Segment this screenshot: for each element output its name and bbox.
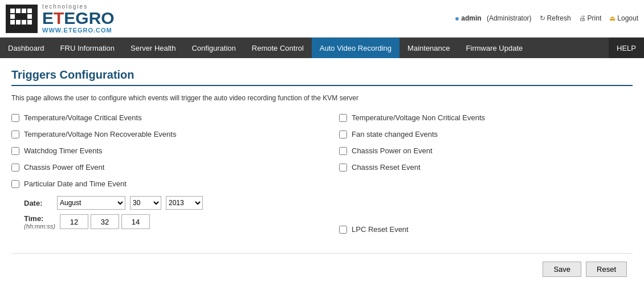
trigger-chassis-power-on: Chassis Power on Event: [339, 146, 633, 155]
button-bar: Save Reset: [11, 253, 633, 283]
main-content: Triggers Configuration This page allows …: [0, 58, 644, 288]
print-link[interactable]: 🖨 Print: [579, 14, 602, 22]
nav-server-health[interactable]: Server Health: [123, 38, 184, 58]
svg-rect-10: [27, 9, 32, 13]
svg-rect-12: [22, 14, 26, 19]
nav-auto-video-recording[interactable]: Auto Video Recording: [312, 38, 400, 58]
trigger-fan-state-changed: Fan state changed Events: [339, 130, 633, 138]
checkbox-chassis-power-off[interactable]: [11, 164, 19, 172]
nav-configuration[interactable]: Configuration: [184, 38, 243, 58]
header-actions: ● admin (Administrator) ↻ Refresh 🖨 Prin…: [455, 14, 638, 24]
trigger-temp-voltage-non-critical: Temperature/Voltage Non Critical Events: [339, 113, 633, 122]
logout-label: Logout: [617, 14, 638, 22]
svg-rect-8: [27, 14, 32, 19]
label-chassis-power-off[interactable]: Chassis Power off Event: [24, 163, 104, 172]
svg-rect-9: [27, 20, 32, 25]
trigger-chassis-power-off: Chassis Power off Event: [11, 163, 305, 172]
logout-link[interactable]: ⏏ Logout: [609, 14, 638, 22]
trigger-temp-voltage-critical: Temperature/Voltage Critical Events: [11, 113, 305, 122]
time-inputs: [60, 214, 150, 229]
admin-label: admin: [461, 14, 481, 22]
admin-info: ● admin (Administrator): [455, 14, 532, 23]
trigger-lpc-reset: LPC Reset Event: [339, 225, 633, 234]
logout-icon: ⏏: [609, 14, 616, 22]
logo-box: [6, 5, 38, 33]
svg-rect-4: [16, 9, 21, 13]
label-fan-state-changed[interactable]: Fan state changed Events: [352, 130, 438, 138]
label-chassis-reset[interactable]: Chassis Reset Event: [352, 163, 421, 172]
admin-dot-icon: ●: [455, 14, 459, 23]
logo-egro: EGRO: [64, 10, 114, 27]
checkbox-particular-date-time[interactable]: [11, 180, 19, 188]
label-particular-date-time[interactable]: Particular Date and Time Event: [24, 179, 127, 188]
label-lpc-reset[interactable]: LPC Reset Event: [352, 225, 409, 234]
nav-fru-information[interactable]: FRU Information: [52, 38, 123, 58]
page-title: Triggers Configuration: [11, 68, 633, 86]
nav-help[interactable]: HELP: [609, 38, 644, 58]
nav-remote-control[interactable]: Remote Control: [244, 38, 312, 58]
triggers-left-column: Temperature/Voltage Critical Events Temp…: [11, 113, 316, 242]
time-minutes-input[interactable]: [91, 214, 119, 229]
svg-rect-5: [22, 9, 26, 13]
logo-t: T: [54, 10, 64, 27]
nav-maintenance[interactable]: Maintenance: [400, 38, 458, 58]
refresh-icon: ↻: [540, 14, 545, 22]
time-seconds-input[interactable]: [121, 214, 150, 229]
admin-role: (Administrator): [487, 14, 532, 22]
refresh-link[interactable]: ↻ Refresh: [540, 14, 571, 22]
nav-firmware-update[interactable]: Firmware Update: [458, 38, 531, 58]
checkbox-chassis-power-on[interactable]: [339, 147, 347, 155]
svg-rect-3: [10, 20, 15, 25]
triggers-grid: Temperature/Voltage Critical Events Temp…: [11, 113, 633, 242]
label-temp-voltage-non-critical[interactable]: Temperature/Voltage Non Critical Events: [352, 113, 485, 122]
triggers-right-column: Temperature/Voltage Non Critical Events …: [316, 113, 633, 242]
day-select[interactable]: 30 1 2: [130, 196, 161, 210]
label-watchdog-timer[interactable]: Watchdog Timer Events: [24, 146, 103, 155]
print-label: Print: [588, 14, 602, 22]
time-label: Time:: [24, 214, 55, 223]
time-format: (hh:mm:ss): [24, 223, 55, 230]
checkbox-temp-voltage-critical[interactable]: [11, 114, 19, 122]
print-icon: 🖨: [579, 14, 586, 22]
logo-brand-row: E T EGRO: [42, 10, 115, 27]
save-button[interactable]: Save: [543, 262, 581, 277]
logo-area: technologies E T EGRO WWW.ETEGRO.COM: [6, 3, 115, 34]
trigger-particular-date-time: Particular Date and Time Event: [11, 179, 305, 188]
trigger-watchdog-timer: Watchdog Timer Events: [11, 146, 305, 155]
label-temp-voltage-non-recoverable[interactable]: Temperature/Voltage Non Recoverable Even…: [24, 130, 176, 138]
spacer: [339, 179, 633, 225]
datetime-section: Date: August January February March Apri…: [24, 196, 305, 230]
month-select[interactable]: August January February March April May …: [57, 196, 125, 210]
checkbox-fan-state-changed[interactable]: [339, 130, 347, 138]
refresh-label: Refresh: [547, 14, 571, 22]
checkbox-chassis-reset[interactable]: [339, 164, 347, 172]
trigger-chassis-reset: Chassis Reset Event: [339, 163, 633, 172]
page-description: This page allows the user to configure w…: [11, 94, 633, 102]
etegro-logo-icon: [9, 7, 34, 30]
svg-rect-7: [22, 20, 26, 25]
nav-dashboard[interactable]: Dashboard: [0, 38, 52, 58]
svg-rect-11: [16, 14, 21, 19]
trigger-temp-voltage-non-recoverable: Temperature/Voltage Non Recoverable Even…: [11, 130, 305, 138]
year-select[interactable]: 2013 2012 2014: [166, 196, 203, 210]
time-label-group: Time: (hh:mm:ss): [24, 214, 55, 230]
logo-www: WWW.ETEGRO.COM: [42, 27, 115, 34]
svg-rect-1: [10, 9, 15, 13]
date-label: Date:: [24, 199, 52, 207]
logo-text: technologies E T EGRO WWW.ETEGRO.COM: [42, 3, 115, 34]
svg-rect-2: [10, 14, 15, 19]
checkbox-lpc-reset[interactable]: [339, 226, 347, 234]
checkbox-temp-voltage-non-critical[interactable]: [339, 114, 347, 122]
navbar: Dashboard FRU Information Server Health …: [0, 38, 644, 58]
label-temp-voltage-critical[interactable]: Temperature/Voltage Critical Events: [24, 113, 142, 122]
reset-button[interactable]: Reset: [586, 262, 627, 277]
header: technologies E T EGRO WWW.ETEGRO.COM ● a…: [0, 0, 644, 38]
svg-rect-6: [16, 20, 21, 25]
time-hours-input[interactable]: [60, 214, 88, 229]
date-row: Date: August January February March Apri…: [24, 196, 305, 210]
logo-e: E: [42, 10, 54, 27]
checkbox-watchdog-timer[interactable]: [11, 147, 19, 155]
time-row: Time: (hh:mm:ss): [24, 214, 305, 230]
checkbox-temp-voltage-non-recoverable[interactable]: [11, 130, 19, 138]
label-chassis-power-on[interactable]: Chassis Power on Event: [352, 146, 433, 155]
